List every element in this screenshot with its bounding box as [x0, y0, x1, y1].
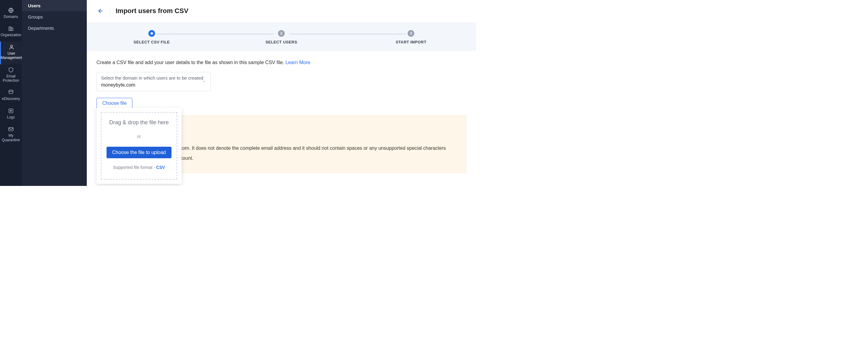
page-title: Import users from CSV [116, 7, 188, 15]
domain-select-value: moneybyte.com [101, 82, 206, 88]
rail-label: eDiscovery [2, 96, 20, 101]
step-circle: 2 [278, 30, 285, 37]
intro-text: Create a CSV file and add your user deta… [96, 60, 466, 65]
back-icon[interactable] [96, 8, 103, 14]
rail-label: My [8, 133, 13, 138]
submenu: Users Groups Departments [22, 0, 87, 186]
rail-label: Email [6, 74, 16, 78]
shield-icon [8, 67, 14, 73]
step-label: SELECT USERS [266, 40, 297, 44]
drop-or: or [105, 134, 173, 139]
intro-text-span: Create a CSV file and add your user deta… [96, 60, 286, 65]
step-3: 3 START IMPORT [346, 30, 476, 44]
drop-support: Supported file format - CSV [105, 165, 173, 170]
submenu-item-departments[interactable]: Departments [22, 23, 87, 34]
submenu-item-users[interactable]: Users [22, 0, 87, 11]
rail-label2: Management [1, 56, 22, 60]
main: Import users from CSV SELECT CSV FILE 2 … [87, 0, 476, 186]
rail-item-logs[interactable]: Logs [0, 105, 22, 124]
choose-file-upload-button[interactable]: Choose the file to upload [106, 147, 171, 158]
rail-item-my-quarantine[interactable]: My Quarantine [0, 124, 22, 146]
file-drop-popover: Drag & drop the file here or Choose the … [96, 108, 182, 184]
svg-point-3 [10, 45, 12, 47]
step-label: SELECT CSV FILE [133, 40, 169, 44]
rail-item-ediscovery[interactable]: eDiscovery [0, 87, 22, 105]
choose-file-button[interactable]: Choose file [96, 98, 132, 109]
rail-item-user-management[interactable]: User Management [0, 41, 22, 64]
topbar: Import users from CSV [87, 0, 476, 23]
stepper: SELECT CSV FILE 2 SELECT USERS 3 START I… [87, 23, 476, 51]
rail-label2: Quarantine [2, 138, 20, 142]
rail-label: Organization [1, 33, 21, 37]
rail-item-email-protection[interactable]: Email Protection [0, 64, 22, 87]
step-circle-active [148, 30, 155, 37]
globe-icon [8, 7, 14, 13]
rail-item-domains[interactable]: Domains [0, 5, 22, 23]
svg-point-4 [9, 90, 13, 92]
file-drop-area[interactable]: Drag & drop the file here or Choose the … [101, 112, 177, 179]
mail-icon [8, 126, 14, 132]
step-label: START IMPORT [396, 40, 426, 44]
chevron-down-icon [203, 79, 206, 84]
domain-select[interactable]: Select the domain in which users are to … [96, 72, 211, 91]
drop-title: Drag & drop the file here [105, 119, 173, 126]
rail-label: User [8, 51, 15, 56]
building-icon [8, 26, 14, 32]
drop-support-text: Supported file format - [113, 165, 156, 170]
archive-icon [8, 89, 14, 95]
rail-label2: Protection [3, 78, 19, 83]
svg-rect-6 [9, 128, 13, 131]
learn-more-link[interactable]: Learn More [286, 60, 310, 65]
drop-support-format: CSV [156, 165, 165, 170]
topbar-divider [109, 7, 110, 15]
step-circle: 3 [408, 30, 414, 37]
domain-select-label: Select the domain in which users are to … [101, 75, 206, 81]
icon-rail: Domains Organization User Management Ema… [0, 0, 22, 186]
rail-label: Domains [4, 15, 18, 19]
rail-item-organization[interactable]: Organization [0, 23, 22, 41]
content: Create a CSV file and add your user deta… [87, 51, 476, 185]
list-icon [8, 108, 14, 114]
user-icon [8, 44, 14, 50]
rail-label: Logs [7, 115, 15, 119]
submenu-item-groups[interactable]: Groups [22, 11, 87, 23]
step-2: 2 SELECT USERS [216, 30, 346, 44]
step-1: SELECT CSV FILE [87, 30, 216, 44]
